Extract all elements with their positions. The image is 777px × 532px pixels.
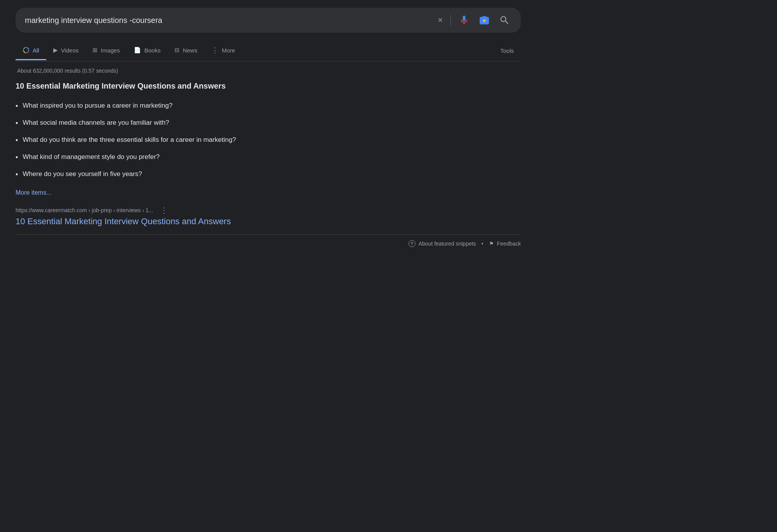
featured-snippet: 10 Essential Marketing Interview Questio… <box>16 82 365 196</box>
about-snippets-label: About featured snippets <box>419 241 476 247</box>
camera-icon <box>479 15 490 26</box>
nav-tabs: All ▶ Videos ⊞ Images 📄 Books ⊟ News ⋮ M… <box>16 40 521 61</box>
news-icon: ⊟ <box>175 47 180 54</box>
result-title-link[interactable]: 10 Essential Marketing Interview Questio… <box>16 216 365 227</box>
tab-images[interactable]: ⊞ Images <box>86 41 127 60</box>
tab-news[interactable]: ⊟ News <box>168 41 204 60</box>
result-source: https://www.careermatch.com › job-prep ›… <box>16 206 365 227</box>
more-icon: ⋮ <box>211 46 219 54</box>
search-bar: × <box>16 8 521 33</box>
images-icon: ⊞ <box>93 47 98 54</box>
books-icon: 📄 <box>134 47 141 54</box>
tab-more-label: More <box>222 47 235 54</box>
tab-books[interactable]: 📄 Books <box>127 41 168 60</box>
list-item: What inspired you to pursue a career in … <box>16 98 365 115</box>
tab-videos-label: Videos <box>61 47 79 54</box>
tab-all[interactable]: All <box>16 41 46 60</box>
snippet-footer: ? About featured snippets • ⚑ Feedback <box>16 234 521 247</box>
tab-images-label: Images <box>101 47 120 54</box>
feedback-item[interactable]: ⚑ Feedback <box>489 241 521 247</box>
mic-button[interactable] <box>457 13 471 27</box>
feedback-label: Feedback <box>497 241 521 247</box>
all-google-icon <box>23 47 30 54</box>
about-snippets[interactable]: ? About featured snippets <box>409 240 476 247</box>
results-summary: About 632,000,000 results (0.57 seconds) <box>16 68 761 74</box>
tab-videos[interactable]: ▶ Videos <box>46 41 86 60</box>
list-item: What social media channels are you famil… <box>16 115 365 132</box>
tab-all-label: All <box>33 47 39 54</box>
snippet-title: 10 Essential Marketing Interview Questio… <box>16 82 365 91</box>
mic-icon <box>459 15 470 26</box>
camera-button[interactable] <box>477 13 491 27</box>
search-input[interactable] <box>25 16 436 25</box>
search-button[interactable] <box>498 13 512 27</box>
footer-dot: • <box>482 241 484 247</box>
tools-button[interactable]: Tools <box>493 42 521 59</box>
result-url-row: https://www.careermatch.com › job-prep ›… <box>16 206 365 215</box>
list-item: Where do you see yourself in five years? <box>16 166 365 183</box>
result-url: https://www.careermatch.com › job-prep ›… <box>16 207 153 213</box>
videos-icon: ▶ <box>53 47 58 54</box>
clear-button[interactable]: × <box>436 14 444 27</box>
feedback-icon: ⚑ <box>489 241 494 247</box>
search-bar-actions: × <box>436 13 512 27</box>
list-item: What kind of management style do you pre… <box>16 149 365 166</box>
search-icon <box>499 15 510 26</box>
result-menu-button[interactable]: ⋮ <box>158 206 171 215</box>
list-item: What do you think are the three essentia… <box>16 132 365 149</box>
info-icon: ? <box>409 240 416 247</box>
svg-point-0 <box>463 16 465 18</box>
snippet-list: What inspired you to pursue a career in … <box>16 98 365 183</box>
search-divider <box>450 15 451 26</box>
more-items-link[interactable]: More items... <box>16 189 51 196</box>
tab-news-label: News <box>183 47 197 54</box>
tab-more[interactable]: ⋮ More <box>204 40 242 61</box>
svg-point-1 <box>483 19 486 22</box>
tab-books-label: Books <box>144 47 161 54</box>
